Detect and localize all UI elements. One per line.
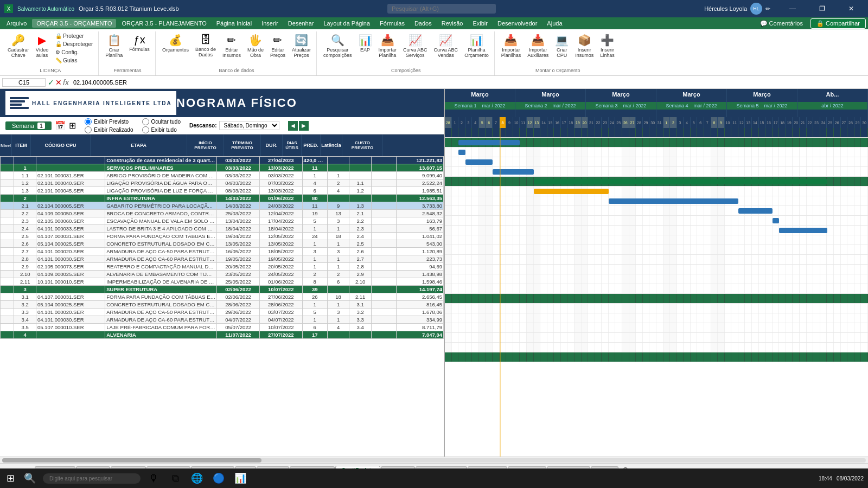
minimize-button[interactable]: — (780, 0, 805, 17)
table-row[interactable]: Construção de casa residencial de 3 quar… (1, 157, 444, 164)
curva-abc-servicos-button[interactable]: 📈 Curva ABCServiços (401, 33, 430, 60)
table-row[interactable]: 1.302.101.000045.SERLIGAÇÃO PROVISÓRIA D… (1, 187, 444, 195)
table-row[interactable]: 2.302.105.000060.SERESCAVAÇÃO MANUAL DE … (1, 217, 444, 225)
formulas-button[interactable]: ƒx Fórmulas (127, 33, 152, 54)
proteger-button[interactable]: 🔒 Proteger (53, 33, 95, 40)
table-row[interactable]: 2.902.105.000073.SERREATERRO E COMPACTAÇ… (1, 263, 444, 271)
name-box[interactable] (2, 78, 46, 87)
cadastrar-chave-button[interactable]: 🔑 CadastrarChave (5, 33, 31, 60)
desproteger-button[interactable]: 🔓 Desproteger (53, 41, 95, 48)
h-scrollbar[interactable] (0, 457, 868, 463)
menu-orcar-planejamento[interactable]: ORÇAR 3.5 - PLANEJAMENTO (117, 19, 210, 28)
gantt-day-5: 5 (479, 117, 486, 128)
table-row[interactable]: 4ALVENARIA11/07/202227/07/2022177.047,04 (1, 331, 444, 339)
table-cell: 4 (327, 324, 349, 331)
banco-dados-button[interactable]: 🗄 Banco deDados (193, 33, 218, 59)
table-row[interactable]: 1.102.101.000031.SERABRIGO PROVISÓRIO DE… (1, 172, 444, 179)
radio-exibir-realizado[interactable]: Exibir Realizado (85, 126, 133, 133)
criar-cpu-button[interactable]: 💻 CriarCPU (553, 33, 571, 60)
desconto-select[interactable]: Sábado, Domingo Domingo Nenhum (219, 121, 279, 130)
table-row[interactable]: 2.605.104.000025.SERCONCRETO ESTRUTURAL … (1, 240, 444, 248)
orcamentos-button[interactable]: 💰 Orçamentos (160, 33, 191, 54)
start-button[interactable]: ⊞ (4, 470, 17, 486)
semana-input[interactable]: 1 (37, 123, 45, 129)
close-button[interactable]: ✕ (839, 0, 864, 17)
table-row[interactable]: 2.204.109.000050.SERBROCA DE CONCRETO AR… (1, 210, 444, 217)
share-button[interactable]: 🔒 Compartilhar (810, 18, 866, 29)
formula-input[interactable] (71, 79, 866, 86)
table-row[interactable]: 3.104.107.000031.SERFORMA PARA FUNDAÇÃO … (1, 293, 444, 301)
taskbar-cortana[interactable]: 🎙 (145, 470, 162, 487)
mao-obra-button[interactable]: 🖐 Mão deObra (245, 33, 266, 60)
inserir-linhas-button[interactable]: ➕ InserirLinhas (598, 33, 617, 60)
taskbar-search-icon[interactable]: 🔍 (21, 470, 39, 487)
table-row[interactable]: 1SERVIÇOS PRELIMINARES03/03/202213/03/20… (1, 164, 444, 172)
menu-formulas[interactable]: Fórmulas (375, 19, 409, 28)
radio-exibir-previsto[interactable]: Exibir Previsto (85, 118, 133, 125)
table-row[interactable]: 2.804.101.000030.SERARMADURA DE AÇO CA-6… (1, 255, 444, 263)
taskbar-search-input[interactable] (43, 473, 141, 484)
nav-right-button[interactable]: ▶ (299, 121, 309, 131)
comments-button[interactable]: 💬 Comentários (756, 19, 807, 28)
menu-exibir[interactable]: Exibir (468, 19, 492, 28)
table-row[interactable]: 3.505.107.000010.SERLAJE PRÉ-FABRICADA C… (1, 324, 444, 331)
editar-precos-button[interactable]: ✏ EditarPreços (268, 33, 288, 60)
radio-exibir-tudo[interactable]: Exibir tudo (142, 126, 181, 133)
calendar-icon[interactable]: 📅 (55, 120, 66, 131)
menu-arquivo[interactable]: Arquivo (2, 19, 31, 28)
table-row[interactable]: 2.1110.101.000010.SERIMPERMEABILIZAÇÃO D… (1, 278, 444, 286)
table-row[interactable]: 2.404.101.000033.SERLASTRO DE BRITA 3 E … (1, 225, 444, 233)
table-row[interactable]: 2.1004.109.000025.SERALVENARIA DE EMBASA… (1, 271, 444, 278)
table-row[interactable]: 2.102.104.000005.SERGABARITO PERIMÉTRICO… (1, 202, 444, 210)
today-line (500, 128, 501, 457)
table-row[interactable]: 1.202.101.000040.SERLIGAÇÃO PROVISÓRIA D… (1, 179, 444, 187)
table-row[interactable]: 2.704.101.000020.SERARMADURA DE AÇO CA-5… (1, 248, 444, 255)
taskbar-task-view[interactable]: ⧉ (167, 470, 184, 487)
menu-inserir[interactable]: Inserir (257, 19, 283, 28)
table-row[interactable]: 3SUPER ESTRUTURA02/06/202210/07/20223914… (1, 286, 444, 293)
fx-icon[interactable]: fx (63, 78, 69, 87)
criar-planilha-button[interactable]: 📋 CriarPlanilha (103, 33, 125, 60)
taskbar-excel[interactable]: 📊 (232, 470, 249, 487)
semana-control: Semana 1 📅 ⊞ (5, 120, 76, 131)
guias-button[interactable]: 📏 Guias (53, 57, 95, 64)
menu-revisao[interactable]: Revisão (437, 19, 468, 28)
menu-orcar-orcamento[interactable]: ORÇAR 3.5 - ORÇAMENTO (32, 19, 116, 28)
search-input[interactable] (387, 4, 496, 14)
menu-ajuda[interactable]: Ajuda (542, 19, 566, 28)
table-row[interactable]: 3.404.101.000030.SERARMADURA DE AÇO CA-6… (1, 316, 444, 324)
importar-planilha-button[interactable]: 📥 ImportarPlanilha (376, 33, 399, 60)
checkmark-icon[interactable]: ✓ (48, 78, 54, 87)
table-row[interactable]: 3.205.104.000025.SERCONCRETO ESTRUTURAL … (1, 301, 444, 309)
table-row[interactable]: 2INFRA ESTRUTURA14/03/202201/06/20228012… (1, 195, 444, 202)
taskbar-edge[interactable]: 🌐 (188, 470, 206, 487)
grid-icon[interactable]: ⊞ (69, 120, 76, 131)
config-button[interactable]: ⚙ Config. (53, 49, 95, 56)
importar-auxiliares-button[interactable]: 📥 ImportarAuxiliares (525, 33, 551, 60)
scroll-thumb[interactable] (2, 458, 261, 463)
edit-icon[interactable]: ✏ (765, 5, 770, 12)
editar-insumos-button[interactable]: ✏ EditarInsumos (220, 33, 243, 60)
maximize-button[interactable]: ❐ (809, 0, 834, 17)
menu-desenvolvedor[interactable]: Desenvolvedor (493, 19, 541, 28)
gantt-day-61: 30 (861, 117, 868, 128)
curva-abc-vendas-button[interactable]: 📈 Curva ABCVendas (432, 33, 461, 60)
atualizar-precos-button[interactable]: 🔄 AtualizarPreços (290, 33, 313, 60)
menu-layout[interactable]: Layout da Página (319, 19, 374, 28)
inserir-insumos-button[interactable]: 📦 InserirInsumos (573, 33, 596, 60)
video-aulas-button[interactable]: ▶ Vídeoaulas (34, 33, 51, 60)
taskbar-chrome[interactable]: 🔵 (210, 470, 227, 487)
planilha-orcamento-button[interactable]: 📊 PlanilhaOrçamento (462, 33, 491, 60)
menu-pagina-inicial[interactable]: Página Inicial (212, 19, 256, 28)
table-row[interactable]: 2.504.107.000031.SERFORMA PARA FUNDAÇÃO … (1, 233, 444, 240)
table-cell: 1 (302, 301, 327, 309)
table-row[interactable]: 3.304.101.000020.SERARMADURA DE AÇO CA-5… (1, 309, 444, 316)
menu-desenhar[interactable]: Desenhar (284, 19, 318, 28)
radio-ocultar-tudo[interactable]: Ocultar tudo (142, 118, 181, 125)
pesquisar-composicoes-button[interactable]: 🔍 Pesquisarcomposições (321, 33, 354, 60)
menu-dados[interactable]: Dados (410, 19, 436, 28)
nav-left-button[interactable]: ◀ (288, 121, 298, 131)
importar-planilhas-button[interactable]: 📥 ImportarPlanilhas (499, 33, 524, 60)
eap-button[interactable]: 📊 EAP (356, 33, 374, 54)
cancel-icon[interactable]: ✕ (55, 78, 62, 87)
